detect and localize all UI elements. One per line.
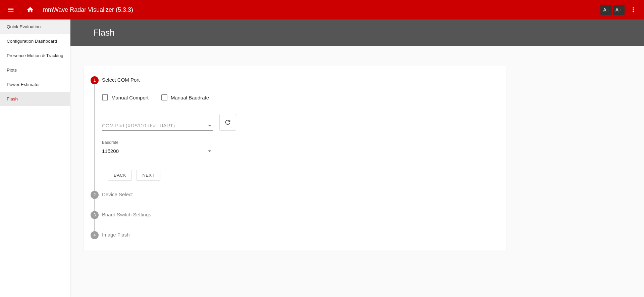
home-button[interactable] <box>23 3 37 16</box>
step-label-device-select[interactable]: Device Select <box>102 191 133 197</box>
more-button[interactable] <box>627 3 640 16</box>
sidebar-item-label: Presence Motion & Tracking <box>7 53 63 58</box>
flash-stepper-card: 1 Select COM Port Manual Comport Manual … <box>84 66 506 251</box>
sidebar-item-presence-motion-tracking[interactable]: Presence Motion & Tracking <box>0 48 70 63</box>
com-port-placeholder: COM Port (XDS110 User UART) <box>102 121 213 131</box>
refresh-com-ports-button[interactable] <box>219 114 236 131</box>
sidebar-item-power-estimator[interactable]: Power Estimator <box>0 77 70 92</box>
checkbox-icon <box>161 94 167 100</box>
checkbox-icon <box>102 94 108 100</box>
menu-icon <box>7 6 14 13</box>
step-badge-2: 2 <box>91 191 99 199</box>
home-icon <box>26 6 34 13</box>
menu-button[interactable] <box>4 3 17 16</box>
more-vert-icon <box>630 6 637 13</box>
baudrate-select[interactable]: 115200 <box>102 146 213 156</box>
font-decrease-button[interactable]: A - <box>600 5 612 15</box>
com-port-select[interactable]: COM Port (XDS110 User UART) <box>102 121 213 131</box>
baudrate-label: Baudrate <box>102 140 213 145</box>
next-button[interactable]: NEXT <box>137 170 160 181</box>
step-badge-4: 4 <box>91 231 99 239</box>
checkbox-manual-baudrate[interactable]: Manual Baudrate <box>161 94 209 100</box>
step-label-image-flash[interactable]: Image Flash <box>102 231 130 238</box>
step-label-board-switch-settings[interactable]: Board Switch Settings <box>102 211 151 217</box>
sidebar-item-configuration-dashboard[interactable]: Configuration Dashboard <box>0 34 70 48</box>
step-badge-1: 1 <box>91 76 99 84</box>
checkbox-label: Manual Comport <box>111 95 149 100</box>
page-title: Flash <box>70 19 644 46</box>
app-title: mmWave Radar Visualizer (5.3.3) <box>43 6 133 13</box>
back-button[interactable]: BACK <box>108 170 132 181</box>
baudrate-value: 115200 <box>102 146 213 156</box>
sidebar: Quick Evaluation Configuration Dashboard… <box>0 19 70 297</box>
top-app-bar: mmWave Radar Visualizer (5.3.3) A - A + <box>0 0 644 19</box>
checkbox-label: Manual Baudrate <box>171 95 209 100</box>
sidebar-item-flash[interactable]: Flash <box>0 92 70 106</box>
sidebar-item-label: Configuration Dashboard <box>7 39 57 44</box>
step-badge-3: 3 <box>91 211 99 219</box>
sidebar-item-quick-evaluation[interactable]: Quick Evaluation <box>0 19 70 34</box>
sidebar-item-label: Power Estimator <box>7 82 40 87</box>
sidebar-item-label: Flash <box>7 96 18 101</box>
refresh-icon <box>224 119 231 126</box>
sidebar-item-plots[interactable]: Plots <box>0 63 70 77</box>
checkbox-manual-comport[interactable]: Manual Comport <box>102 94 149 100</box>
font-increase-button[interactable]: A + <box>613 5 625 15</box>
step-label-select-com-port: Select COM Port <box>102 76 140 83</box>
sidebar-item-label: Quick Evaluation <box>7 24 41 29</box>
sidebar-item-label: Plots <box>7 68 17 73</box>
